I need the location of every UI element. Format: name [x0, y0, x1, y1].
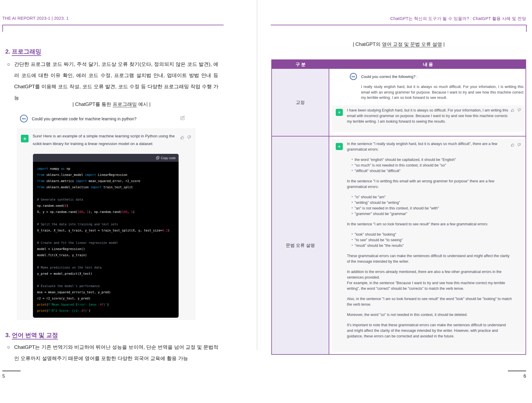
assistant-bullet: "to see" should be "to seeing" — [352, 237, 512, 243]
section-2-paragraph: ○ 간단한 프로그램 코드 짜기, 주석 달기, 코드상 오류 찾기(오타, 정… — [7, 59, 218, 104]
openai-glyph: ✳ — [338, 145, 341, 149]
code-line: model = LinearRegression() — [37, 246, 174, 252]
assistant-paragraph: It's important to note that these gramma… — [347, 322, 512, 339]
feedback-icons — [180, 135, 191, 139]
row-content-grammar: ✳ — [329, 136, 526, 354]
page-right: ChatGPT는 혁신의 도구가 될 수 있을까? : ChatGPT 활용 사… — [257, 0, 532, 403]
nia-avatar-label: NIA — [22, 117, 26, 120]
table-assistant-text: I have been studying English hard, but i… — [347, 108, 510, 124]
user-question: Could you generate code for machine lear… — [32, 116, 137, 121]
code-line: # Create and fit the linear regression m… — [37, 240, 174, 246]
feedback-icons — [511, 108, 521, 112]
code-line: from sklearn.linear_model import LinearR… — [37, 172, 174, 178]
section-2-title: 프로그래밍 — [12, 48, 41, 56]
code-line — [37, 277, 174, 283]
table-user-paragraph: I really study english hard, but it is a… — [361, 84, 523, 101]
section-2-number: 2. — [5, 48, 10, 55]
section-3-title: 언어 번역 및 교정 — [12, 332, 58, 339]
assistant-bullet: "an" is not needed in this context, it s… — [352, 206, 512, 211]
running-header-right: ChatGPT는 혁신의 도구가 될 수 있을까? : ChatGPT 활용 사… — [265, 16, 526, 21]
openai-glyph: ✳ — [338, 111, 341, 114]
bullet-marker: ○ — [7, 59, 14, 104]
assistant-paragraph: In addition to the errors already mentio… — [347, 269, 512, 292]
copy-code-button[interactable]: Copy code — [161, 156, 176, 160]
assistant-paragraph: Moreover, the word "so" is not needed in… — [347, 312, 512, 318]
assistant-paragraph: In the sentence "I am so look forward to… — [347, 222, 512, 227]
section-3-paragraph: ○ ChatGPT는 기존 번역기와 비교하여 뛰어난 성능을 보이며, 단순 … — [7, 342, 218, 364]
code-line: print(f'R^2 Score: {r2:.4f}') — [37, 308, 174, 314]
nia-avatar: NIA — [20, 115, 28, 122]
code-body: import numpy as npfrom sklearn.linear_mo… — [33, 162, 179, 318]
assistant-paragraph: In the sentence "I really study english … — [347, 141, 512, 152]
chatgpt-avatar-icon: ✳ — [336, 109, 343, 116]
code-line: print(f'Mean Squared Error: {mse:.4f}') — [37, 302, 174, 308]
report-spread: THE AI REPORT 2023-1 | 2023. 1 2. 프로그래밍 … — [0, 0, 532, 403]
code-line: X_train, X_test, y_train, y_test = train… — [37, 227, 174, 234]
assistant-bullet: "is" should be "am" — [352, 194, 512, 200]
section-3-heading: 3. 언어 번역 및 교정 — [5, 331, 58, 339]
code-line — [37, 215, 174, 221]
chatgpt-avatar-icon: ✳ — [21, 135, 29, 142]
code-line: # Make predictions on the test data — [37, 264, 174, 271]
thumbs-up-icon[interactable] — [511, 108, 515, 112]
copy-icon[interactable] — [156, 156, 159, 160]
code-line — [37, 234, 174, 240]
openai-glyph: ✳ — [23, 136, 27, 141]
table-assistant-block: ✳ I have been studying English hard, but… — [332, 105, 524, 132]
section-2-heading: 2. 프로그래밍 — [5, 48, 41, 56]
table-assistant-block: ✳ — [332, 139, 524, 352]
assistant-bullet: "so much" is not needed in this context,… — [352, 163, 512, 168]
code-line: # Generate synthetic data — [37, 196, 174, 203]
thumbs-up-icon[interactable] — [180, 135, 184, 139]
assistant-bullet-list: the word "english" should be capitalized… — [347, 157, 512, 174]
caption-underlined: 프로그래밍 — [113, 101, 137, 107]
assistant-bullet: "difficult" should be "difficult" — [352, 168, 512, 174]
assistant-bullet: "look" should be "looking" — [352, 232, 512, 237]
code-line: import numpy as np — [37, 166, 174, 172]
feedback-icons — [511, 143, 521, 147]
caption-pre: | ChatGPT를 통한 — [72, 101, 112, 107]
table-row-grammar: 문법 오류 설명 ✳ — [272, 136, 526, 354]
table-header-gubun: 구 분 — [272, 60, 330, 69]
caption-post: 예시 | — [137, 101, 150, 107]
row-label-correction: 교정 — [272, 69, 329, 136]
assistant-paragraph: Also, in the sentence "I am so look forw… — [347, 296, 512, 307]
grammar-explanation-content: In the sentence "I really study english … — [347, 141, 512, 344]
assistant-bullet: "result" should be "the results" — [352, 243, 512, 249]
row-label-grammar: 문법 오류 설명 — [272, 136, 329, 354]
code-line: np.random.seed(0) — [37, 203, 174, 209]
footer-rule-right — [508, 371, 526, 371]
assistant-paragraph: In the sentence "I is writting this emai… — [347, 179, 512, 190]
code-line: model.fit(X_train, y_train) — [37, 252, 174, 258]
assistant-bullet: "writting" should be "writing" — [352, 200, 512, 206]
table-header-naeyong: 내 용 — [330, 60, 526, 69]
code-line: # Split the data into training and test … — [37, 221, 174, 227]
code-line: y_pred = model.predict(X_test) — [37, 271, 174, 277]
table-row-correction: 교정 NIA Could you correct the following? … — [272, 69, 526, 136]
nia-avatar-label: NIA — [352, 76, 355, 78]
code-line: from sklearn.metrics import mean_squared… — [37, 178, 174, 184]
table-title-underlined: 영어 교정 및 문법 오류 설명 — [382, 41, 442, 47]
code-block: Copy code import numpy as npfrom sklearn… — [33, 154, 179, 318]
page-left: THE AI REPORT 2023-1 | 2023. 1 2. 프로그래밍 … — [0, 0, 257, 403]
edit-icon[interactable] — [180, 115, 185, 120]
chatgpt-avatar-icon: ✳ — [336, 143, 343, 150]
header-rule-left — [2, 25, 224, 32]
thumbs-down-icon[interactable] — [517, 143, 521, 147]
code-line: mse = mean_squared_error(y_test, y_pred) — [37, 289, 174, 295]
section-3-number: 3. — [5, 332, 10, 338]
assistant-message-block: ✳ Sure! Here is an example of a simple m… — [17, 128, 196, 320]
assistant-bullet: "grammer" should be "grammar" — [352, 211, 512, 217]
assistant-paragraph: These grammatical errors can make the se… — [347, 253, 512, 264]
assistant-bullet: the word "english" should be capitalized… — [352, 157, 512, 163]
nia-avatar: NIA — [350, 73, 357, 80]
assistant-bullet-list: "look" should be "looking""to see" shoul… — [347, 232, 512, 249]
assistant-bullet-list: "is" should be "am""writting" should be … — [347, 194, 512, 217]
code-block-header: Copy code — [33, 154, 179, 162]
row-content-correction: NIA Could you correct the following? : I… — [329, 69, 526, 136]
code-line: # Evaluate the model's performance — [37, 283, 174, 289]
section-2-body-text: 간단한 프로그램 코드 짜기, 주석 달기, 코드상 오류 찾기(오타, 정의되… — [14, 59, 218, 104]
thumbs-down-icon[interactable] — [187, 135, 191, 139]
footer-rule-left — [2, 371, 21, 371]
thumbs-down-icon[interactable] — [517, 108, 521, 112]
